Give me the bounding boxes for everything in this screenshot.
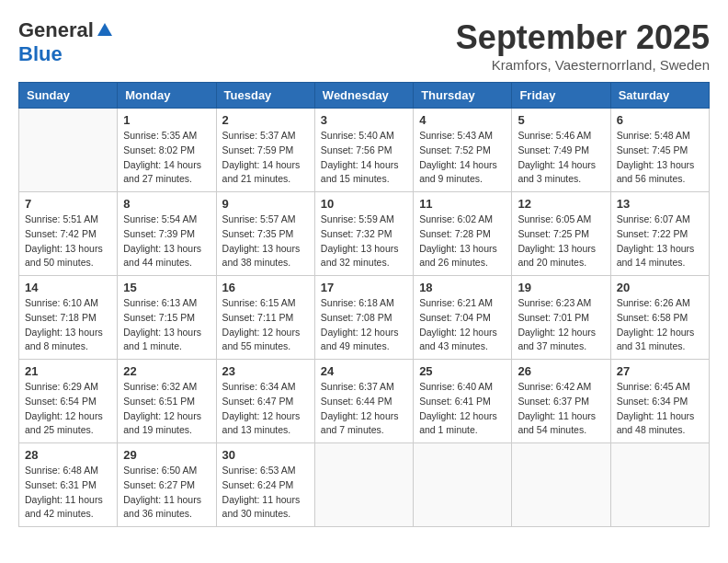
calendar-cell: 21Sunrise: 6:29 AMSunset: 6:54 PMDayligh… bbox=[19, 360, 118, 443]
calendar-cell: 15Sunrise: 6:13 AMSunset: 7:15 PMDayligh… bbox=[118, 276, 216, 360]
calendar-cell: 23Sunrise: 6:34 AMSunset: 6:47 PMDayligh… bbox=[216, 360, 314, 443]
calendar-cell: 19Sunrise: 6:23 AMSunset: 7:01 PMDayligh… bbox=[512, 276, 610, 360]
calendar-cell bbox=[314, 443, 413, 527]
calendar-cell: 30Sunrise: 6:53 AMSunset: 6:24 PMDayligh… bbox=[216, 443, 314, 527]
day-number: 18 bbox=[419, 281, 506, 294]
header-thursday: Thursday bbox=[414, 83, 512, 109]
week-row-4: 21Sunrise: 6:29 AMSunset: 6:54 PMDayligh… bbox=[19, 360, 710, 443]
calendar-cell: 13Sunrise: 6:07 AMSunset: 7:22 PMDayligh… bbox=[610, 192, 709, 276]
header-saturday: Saturday bbox=[610, 83, 709, 109]
day-info: Sunrise: 6:21 AMSunset: 7:04 PMDaylight:… bbox=[419, 296, 506, 354]
calendar-cell: 27Sunrise: 6:45 AMSunset: 6:34 PMDayligh… bbox=[610, 360, 709, 443]
day-info: Sunrise: 5:40 AMSunset: 7:56 PMDaylight:… bbox=[321, 129, 407, 187]
calendar-cell: 12Sunrise: 6:05 AMSunset: 7:25 PMDayligh… bbox=[512, 192, 610, 276]
day-info: Sunrise: 6:23 AMSunset: 7:01 PMDaylight:… bbox=[518, 296, 604, 354]
calendar-cell: 9Sunrise: 5:57 AMSunset: 7:35 PMDaylight… bbox=[216, 192, 314, 276]
day-number: 22 bbox=[123, 364, 210, 378]
day-number: 28 bbox=[25, 448, 111, 462]
day-info: Sunrise: 6:53 AMSunset: 6:24 PMDaylight:… bbox=[222, 464, 309, 522]
day-number: 3 bbox=[321, 113, 407, 127]
calendar-cell: 8Sunrise: 5:54 AMSunset: 7:39 PMDaylight… bbox=[118, 192, 216, 276]
day-info: Sunrise: 6:13 AMSunset: 7:15 PMDaylight:… bbox=[123, 296, 210, 354]
day-info: Sunrise: 6:18 AMSunset: 7:08 PMDaylight:… bbox=[321, 296, 407, 354]
day-number: 27 bbox=[617, 364, 703, 378]
day-number: 19 bbox=[518, 281, 604, 294]
svg-marker-0 bbox=[97, 23, 112, 36]
day-number: 13 bbox=[617, 197, 703, 211]
day-info: Sunrise: 6:45 AMSunset: 6:34 PMDaylight:… bbox=[617, 380, 703, 438]
calendar-cell bbox=[512, 443, 610, 527]
day-info: Sunrise: 5:48 AMSunset: 7:45 PMDaylight:… bbox=[617, 129, 703, 187]
calendar-cell: 10Sunrise: 5:59 AMSunset: 7:32 PMDayligh… bbox=[314, 192, 413, 276]
week-row-2: 7Sunrise: 5:51 AMSunset: 7:42 PMDaylight… bbox=[19, 192, 710, 276]
day-info: Sunrise: 6:40 AMSunset: 6:41 PMDaylight:… bbox=[419, 380, 506, 438]
calendar-header-row: SundayMondayTuesdayWednesdayThursdayFrid… bbox=[19, 83, 710, 109]
calendar-cell: 16Sunrise: 6:15 AMSunset: 7:11 PMDayligh… bbox=[216, 276, 314, 360]
month-title: September 2025 bbox=[456, 18, 710, 57]
day-info: Sunrise: 6:05 AMSunset: 7:25 PMDaylight:… bbox=[518, 213, 604, 270]
day-number: 14 bbox=[25, 281, 111, 294]
day-number: 23 bbox=[222, 364, 309, 378]
day-number: 26 bbox=[518, 364, 604, 378]
day-info: Sunrise: 5:35 AMSunset: 8:02 PMDaylight:… bbox=[123, 129, 210, 187]
day-info: Sunrise: 6:48 AMSunset: 6:31 PMDaylight:… bbox=[25, 464, 111, 522]
day-info: Sunrise: 6:26 AMSunset: 6:58 PMDaylight:… bbox=[617, 296, 703, 354]
calendar-cell: 25Sunrise: 6:40 AMSunset: 6:41 PMDayligh… bbox=[414, 360, 512, 443]
day-number: 9 bbox=[222, 197, 309, 211]
calendar-cell: 17Sunrise: 6:18 AMSunset: 7:08 PMDayligh… bbox=[314, 276, 413, 360]
week-row-1: 1Sunrise: 5:35 AMSunset: 8:02 PMDaylight… bbox=[19, 109, 710, 192]
day-info: Sunrise: 5:37 AMSunset: 7:59 PMDaylight:… bbox=[222, 129, 309, 187]
logo-general-text: General bbox=[18, 18, 94, 42]
day-number: 12 bbox=[518, 197, 604, 211]
calendar-cell: 20Sunrise: 6:26 AMSunset: 6:58 PMDayligh… bbox=[610, 276, 709, 360]
day-info: Sunrise: 6:15 AMSunset: 7:11 PMDaylight:… bbox=[222, 296, 309, 354]
calendar-cell: 28Sunrise: 6:48 AMSunset: 6:31 PMDayligh… bbox=[19, 443, 118, 527]
day-info: Sunrise: 6:29 AMSunset: 6:54 PMDaylight:… bbox=[25, 380, 111, 438]
day-number: 16 bbox=[222, 281, 309, 294]
header-monday: Monday bbox=[118, 83, 216, 109]
day-number: 2 bbox=[222, 113, 309, 127]
calendar-cell: 22Sunrise: 6:32 AMSunset: 6:51 PMDayligh… bbox=[118, 360, 216, 443]
header-friday: Friday bbox=[512, 83, 610, 109]
header-wednesday: Wednesday bbox=[314, 83, 413, 109]
day-number: 11 bbox=[419, 197, 506, 211]
day-info: Sunrise: 6:10 AMSunset: 7:18 PMDaylight:… bbox=[25, 296, 111, 354]
day-info: Sunrise: 5:57 AMSunset: 7:35 PMDaylight:… bbox=[222, 213, 309, 270]
day-info: Sunrise: 6:34 AMSunset: 6:47 PMDaylight:… bbox=[222, 380, 309, 438]
header-tuesday: Tuesday bbox=[216, 83, 314, 109]
day-number: 7 bbox=[25, 197, 111, 211]
title-section: September 2025 Kramfors, Vaesternorrland… bbox=[456, 18, 710, 73]
day-info: Sunrise: 6:07 AMSunset: 7:22 PMDaylight:… bbox=[617, 213, 703, 270]
logo-triangle-icon bbox=[96, 21, 114, 40]
calendar-cell bbox=[414, 443, 512, 527]
logo: General Blue bbox=[18, 18, 114, 66]
day-number: 6 bbox=[617, 113, 703, 127]
day-info: Sunrise: 6:42 AMSunset: 6:37 PMDaylight:… bbox=[518, 380, 604, 438]
day-number: 24 bbox=[321, 364, 407, 378]
day-number: 5 bbox=[518, 113, 604, 127]
day-number: 8 bbox=[123, 197, 210, 211]
calendar-cell: 1Sunrise: 5:35 AMSunset: 8:02 PMDaylight… bbox=[118, 109, 216, 192]
day-info: Sunrise: 5:59 AMSunset: 7:32 PMDaylight:… bbox=[321, 213, 407, 270]
day-number: 10 bbox=[321, 197, 407, 211]
logo-blue-text: Blue bbox=[18, 42, 63, 65]
day-number: 20 bbox=[617, 281, 703, 294]
day-number: 30 bbox=[222, 448, 309, 462]
calendar-cell: 3Sunrise: 5:40 AMSunset: 7:56 PMDaylight… bbox=[314, 109, 413, 192]
calendar-cell: 18Sunrise: 6:21 AMSunset: 7:04 PMDayligh… bbox=[414, 276, 512, 360]
day-number: 21 bbox=[25, 364, 111, 378]
calendar-table: SundayMondayTuesdayWednesdayThursdayFrid… bbox=[18, 82, 710, 527]
calendar-cell: 26Sunrise: 6:42 AMSunset: 6:37 PMDayligh… bbox=[512, 360, 610, 443]
calendar-cell: 6Sunrise: 5:48 AMSunset: 7:45 PMDaylight… bbox=[610, 109, 709, 192]
calendar-cell bbox=[610, 443, 709, 527]
day-info: Sunrise: 5:54 AMSunset: 7:39 PMDaylight:… bbox=[123, 213, 210, 270]
day-number: 15 bbox=[123, 281, 210, 294]
week-row-5: 28Sunrise: 6:48 AMSunset: 6:31 PMDayligh… bbox=[19, 443, 710, 527]
calendar-cell: 29Sunrise: 6:50 AMSunset: 6:27 PMDayligh… bbox=[118, 443, 216, 527]
calendar-cell: 14Sunrise: 6:10 AMSunset: 7:18 PMDayligh… bbox=[19, 276, 118, 360]
calendar-cell: 4Sunrise: 5:43 AMSunset: 7:52 PMDaylight… bbox=[414, 109, 512, 192]
day-info: Sunrise: 5:46 AMSunset: 7:49 PMDaylight:… bbox=[518, 129, 604, 187]
day-info: Sunrise: 6:50 AMSunset: 6:27 PMDaylight:… bbox=[123, 464, 210, 522]
day-number: 4 bbox=[419, 113, 506, 127]
day-info: Sunrise: 6:37 AMSunset: 6:44 PMDaylight:… bbox=[321, 380, 407, 438]
